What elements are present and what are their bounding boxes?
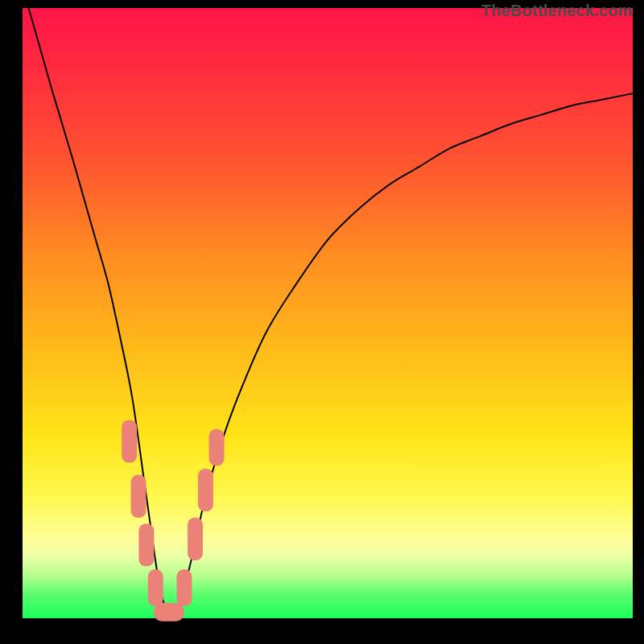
valley-marker — [209, 429, 225, 465]
valley-markers — [122, 420, 224, 621]
valley-marker — [188, 518, 203, 560]
watermark-text: TheBottleneck.com — [481, 2, 633, 20]
chart-frame: TheBottleneck.com — [0, 0, 644, 644]
bottleneck-curve — [29, 8, 633, 621]
plot-area — [23, 8, 633, 618]
valley-marker — [131, 475, 147, 518]
valley-marker — [148, 569, 163, 605]
valley-marker — [176, 569, 192, 605]
valley-marker — [138, 524, 154, 567]
valley-marker — [198, 469, 213, 511]
curve-layer — [23, 8, 633, 618]
valley-marker — [154, 603, 184, 621]
valley-marker — [122, 420, 137, 463]
